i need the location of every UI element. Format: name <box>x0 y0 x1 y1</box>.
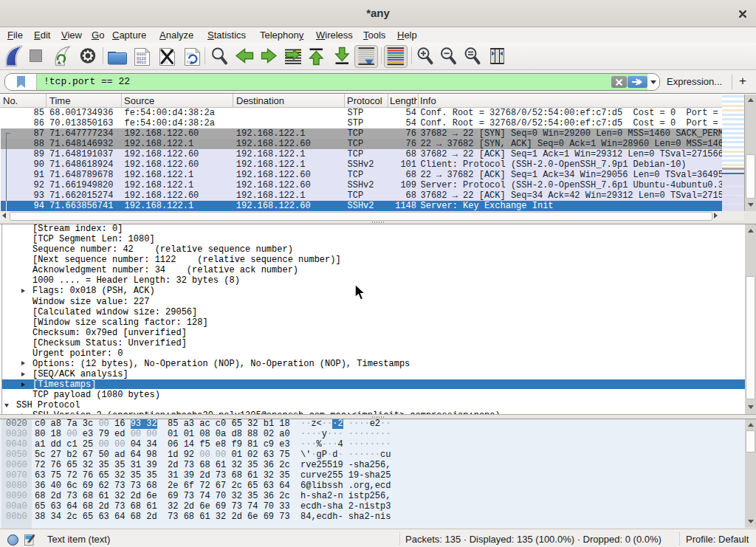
svg-text:0011: 0011 <box>137 61 146 65</box>
